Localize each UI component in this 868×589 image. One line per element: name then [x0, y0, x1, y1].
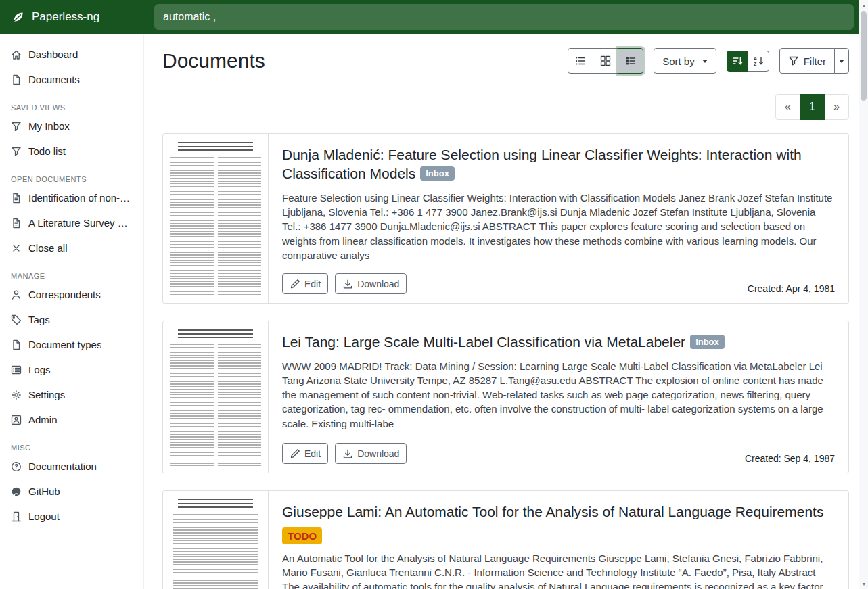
- sidebar-item-my-inbox[interactable]: My Inbox: [0, 114, 143, 139]
- sidebar-item-label: Logs: [28, 364, 51, 375]
- sidebar-item-open-document-2[interactable]: A Literature Survey on ...: [0, 210, 143, 235]
- document-title[interactable]: Dunja Mladenić: Feature Selection using …: [282, 145, 835, 184]
- main-content: Documents Sort by: [144, 34, 868, 589]
- document-badges: TODO: [282, 527, 835, 544]
- document-title-text[interactable]: Giuseppe Lami: An Automatic Tool for the…: [282, 504, 823, 519]
- pagination-page-1[interactable]: 1: [800, 94, 825, 120]
- download-button[interactable]: Download: [335, 443, 407, 464]
- sidebar-item-label: Close all: [28, 242, 68, 254]
- sidebar-item-correspondents[interactable]: Correspondents: [0, 282, 143, 307]
- person-badge-icon: [11, 415, 22, 425]
- svg-text:Z: Z: [754, 62, 757, 66]
- tag-icon: [11, 314, 22, 325]
- sort-by-label: Sort by: [662, 55, 695, 67]
- sidebar-item-label: Correspondents: [28, 289, 101, 300]
- app-brand[interactable]: Paperless-ng: [0, 9, 144, 24]
- scrollbar-up-arrow[interactable]: ▲: [859, 1, 868, 10]
- document-title[interactable]: Lei Tang: Large Scale Multi-Label Classi…: [282, 333, 835, 352]
- sidebar-item-label: A Literature Survey on ...: [28, 217, 133, 229]
- download-icon: [342, 448, 353, 459]
- sidebar-item-label: Documents: [28, 74, 80, 85]
- dashboard-icon: [11, 49, 22, 60]
- person-icon: [11, 289, 22, 300]
- document-title-text[interactable]: Dunja Mladenić: Feature Selection using …: [282, 147, 802, 181]
- download-button[interactable]: Download: [335, 273, 407, 294]
- sort-descending-button[interactable]: [727, 51, 748, 72]
- view-grid-button[interactable]: [593, 48, 618, 74]
- download-label: Download: [357, 448, 399, 459]
- file-text-icon: [11, 218, 22, 229]
- sidebar: Dashboard Documents SAVED VIEWS My Inbox…: [0, 34, 144, 589]
- search-input[interactable]: [154, 4, 854, 30]
- sidebar-section-misc: MISC: [11, 444, 133, 452]
- sidebar-section-open-documents: OPEN DOCUMENTS: [11, 175, 133, 183]
- document-excerpt: Feature Selection using Linear Classifie…: [282, 191, 835, 262]
- sidebar-item-documents[interactable]: Documents: [0, 67, 143, 92]
- sidebar-item-label: Admin: [28, 414, 58, 425]
- scrollbar-down-arrow[interactable]: ▼: [859, 579, 868, 588]
- sidebar-item-document-types[interactable]: Document types: [0, 332, 143, 357]
- sidebar-item-tags[interactable]: Tags: [0, 307, 143, 332]
- document-thumbnail[interactable]: [163, 134, 269, 303]
- sidebar-section-manage: MANAGE: [11, 272, 133, 280]
- tag-badge-inbox[interactable]: Inbox: [690, 335, 725, 349]
- sidebar-item-logout[interactable]: Logout: [0, 504, 143, 529]
- sort-alpha-icon: AZ: [753, 55, 764, 66]
- filter-icon: [11, 121, 22, 132]
- document-created-date: Created: Sep 4, 1987: [745, 453, 835, 464]
- pagination-next[interactable]: »: [824, 94, 849, 120]
- leaf-logo-icon: [11, 9, 26, 24]
- app-brand-name: Paperless-ng: [32, 10, 99, 24]
- sidebar-item-close-all[interactable]: Close all: [0, 235, 143, 260]
- edit-button[interactable]: Edit: [282, 443, 328, 464]
- document-card-body: Lei Tang: Large Scale Multi-Label Classi…: [269, 321, 848, 473]
- sort-alphabetical-button[interactable]: AZ: [748, 51, 769, 72]
- pagination-previous[interactable]: «: [775, 94, 800, 120]
- pencil-icon: [290, 448, 300, 459]
- tag-badge-inbox[interactable]: Inbox: [420, 166, 455, 181]
- sidebar-item-settings[interactable]: Settings: [0, 382, 143, 407]
- document-actions: Edit Download: [282, 443, 407, 464]
- view-list-button[interactable]: [568, 48, 593, 74]
- top-navbar: Paperless-ng: [0, 0, 868, 34]
- list-view-icon: [575, 55, 586, 66]
- document-card: Dunja Mladenić: Feature Selection using …: [162, 133, 849, 304]
- svg-text:A: A: [754, 56, 757, 61]
- sidebar-item-label: Document types: [28, 339, 101, 350]
- sidebar-item-dashboard[interactable]: Dashboard: [0, 42, 143, 67]
- document-actions: Edit Download: [282, 273, 407, 294]
- gear-icon: [11, 390, 22, 400]
- tag-badge-todo[interactable]: TODO: [282, 527, 322, 544]
- filter-label: Filter: [804, 55, 826, 67]
- document-card-body: Dunja Mladenić: Feature Selection using …: [269, 134, 848, 303]
- sidebar-item-label: Documentation: [28, 461, 97, 472]
- sidebar-item-logs[interactable]: Logs: [0, 357, 143, 382]
- document-thumbnail[interactable]: [163, 491, 269, 589]
- sort-by-dropdown[interactable]: Sort by: [654, 48, 716, 74]
- edit-label: Edit: [304, 279, 321, 289]
- sidebar-item-github[interactable]: GitHub: [0, 479, 143, 504]
- view-details-button[interactable]: [618, 48, 643, 74]
- edit-button[interactable]: Edit: [282, 273, 328, 294]
- scrollbar: ▲ ▼: [859, 0, 868, 589]
- sidebar-item-open-document-1[interactable]: Identification of non-fu...: [0, 185, 143, 210]
- filter-dropdown-toggle[interactable]: [834, 48, 849, 74]
- toolbar: Sort by AZ Filter: [568, 48, 849, 74]
- sidebar-item-label: Identification of non-fu...: [28, 192, 133, 204]
- grid-view-icon: [600, 55, 611, 66]
- sidebar-item-label: Todo list: [28, 145, 66, 157]
- document-created-date: Created: Apr 4, 1981: [748, 283, 835, 294]
- document-card-body: Giuseppe Lami: An Automatic Tool for the…: [269, 491, 848, 589]
- sidebar-item-todo-list[interactable]: Todo list: [0, 139, 143, 164]
- sidebar-item-documentation[interactable]: Documentation: [0, 454, 143, 479]
- document-thumbnail[interactable]: [163, 321, 269, 473]
- filter-button[interactable]: Filter: [779, 48, 835, 74]
- document-footer: Edit Download Created: Sep 4, 1987: [282, 443, 835, 464]
- document-card: Lei Tang: Large Scale Multi-Label Classi…: [162, 321, 849, 473]
- document-title[interactable]: Giuseppe Lami: An Automatic Tool for the…: [282, 502, 835, 521]
- document-title-text[interactable]: Lei Tang: Large Scale Multi-Label Classi…: [282, 334, 685, 350]
- edit-label: Edit: [304, 448, 321, 459]
- scrollbar-thumb[interactable]: [861, 11, 867, 101]
- door-icon: [11, 511, 22, 522]
- sidebar-item-admin[interactable]: Admin: [0, 407, 143, 432]
